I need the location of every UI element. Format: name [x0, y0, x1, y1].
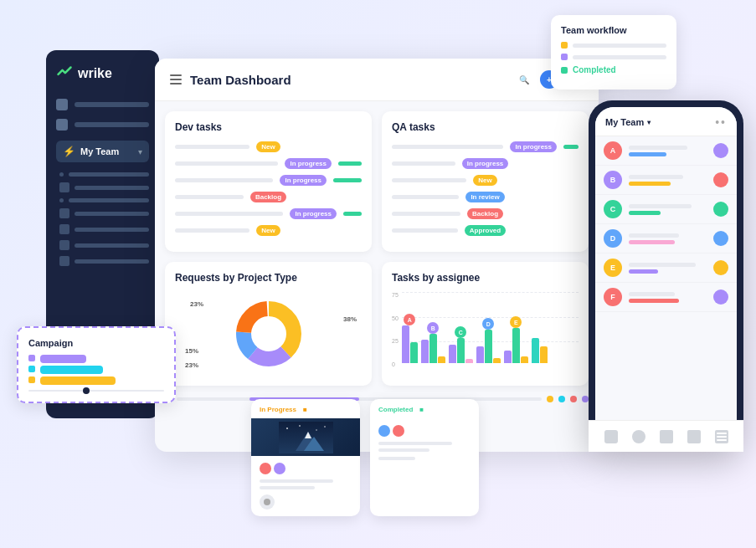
campaign-widget: Campaign — [17, 326, 176, 403]
svg-point-6 — [286, 428, 288, 429]
my-team-button[interactable]: ⚡ My Team ▾ — [56, 141, 149, 162]
workflow-color-yellow — [561, 42, 568, 49]
task-line — [175, 145, 249, 149]
status-indicator: ■ — [419, 406, 424, 413]
card-line — [260, 479, 333, 483]
sidebar-item-6[interactable] — [56, 240, 149, 250]
phone-row-content — [629, 175, 707, 186]
progress-bar — [333, 178, 362, 182]
mobile-phone: My Team ▾ •• A B — [589, 100, 743, 452]
dot-icon — [59, 198, 64, 202]
sidebar-sub-line — [69, 172, 149, 177]
task-row: Approved — [392, 225, 579, 236]
phone-header: My Team ▾ •• — [595, 107, 737, 136]
status-indicator: ■ — [303, 406, 307, 413]
progress-bar — [563, 145, 579, 149]
avatar: B — [604, 171, 622, 189]
phone-row-content — [629, 263, 707, 274]
phone-team-label: My Team ▾ — [605, 117, 651, 127]
phone-list-item[interactable]: C — [595, 195, 737, 224]
task-row: In progress — [392, 141, 579, 152]
section-icon — [59, 224, 69, 234]
task-line — [175, 178, 273, 182]
task-row: New — [392, 175, 579, 186]
y-label: 75 — [392, 292, 399, 298]
assignee-chart-title: Tasks by assignee — [392, 272, 579, 284]
search-button[interactable]: 🔍 — [515, 70, 533, 89]
nav-icon-grid[interactable] — [604, 430, 618, 443]
bar-group: E — [504, 328, 528, 363]
phone-list-item[interactable]: E — [595, 254, 737, 283]
phone-list-item[interactable]: F — [595, 283, 737, 312]
avatar — [378, 425, 390, 437]
nav-icon-folder[interactable] — [687, 430, 701, 443]
y-label: 25 — [392, 338, 399, 344]
small-cards-row: In Progress ■ — [251, 399, 479, 516]
phone-list-item[interactable]: B — [595, 166, 737, 195]
task-line — [392, 161, 455, 166]
bar-segment-teal — [532, 338, 539, 363]
dot-icon — [59, 172, 64, 177]
workflow-line — [573, 55, 666, 59]
nav-icon-menu[interactable] — [715, 430, 728, 443]
bolt-icon: ⚡ — [63, 146, 75, 157]
task-row: New — [175, 141, 362, 152]
qa-tasks-title: QA tasks — [392, 121, 579, 133]
sidebar-item-4[interactable] — [56, 208, 149, 218]
task-line — [392, 178, 466, 182]
task-row: New — [175, 225, 362, 236]
campaign-bar-yellow — [40, 376, 116, 385]
svg-point-7 — [299, 425, 301, 427]
avatar: C — [604, 200, 622, 218]
sidebar-item-2[interactable] — [56, 182, 149, 192]
bar-segment-green — [410, 342, 418, 363]
avatars-row — [260, 463, 352, 474]
action-icon[interactable] — [260, 494, 275, 510]
bar-group: C — [449, 338, 473, 363]
campaign-bar-cyan — [40, 366, 103, 374]
phone-line — [629, 292, 675, 296]
sidebar-home-row[interactable] — [56, 99, 149, 110]
phone-list-item[interactable]: D — [595, 224, 737, 254]
sidebar-grid-row[interactable] — [56, 119, 149, 131]
task-line — [392, 195, 459, 199]
task-line — [392, 228, 458, 233]
small-card-completed: Completed ■ — [370, 399, 479, 516]
phone-list-item[interactable]: A — [595, 136, 737, 166]
menu-icon[interactable] — [170, 74, 182, 85]
task-row: In review — [392, 192, 579, 202]
icon-dot — [264, 499, 270, 505]
dashboard-title: Team Dashboard — [190, 73, 507, 87]
bar-segment-green — [512, 328, 520, 363]
workflow-color-green — [561, 67, 568, 74]
workflow-completed-label: Completed — [573, 65, 616, 74]
nav-icon-calendar[interactable] — [660, 430, 673, 443]
badge-inprogress: In progress — [290, 208, 337, 219]
main-dashboard: Team Dashboard 🔍 + AV Dev tasks New In p… — [155, 59, 599, 452]
task-line — [175, 195, 244, 199]
bar-segment-yellow — [540, 346, 548, 363]
sidebar-sub-line — [75, 228, 149, 232]
sidebar-sub-line — [75, 259, 149, 264]
requests-chart-title: Requests by Project Type — [175, 272, 362, 284]
sidebar-item-5[interactable] — [56, 224, 149, 234]
section-icon — [59, 208, 69, 218]
phone-colored-line — [629, 299, 679, 303]
task-row: In progress — [175, 175, 362, 186]
phone-menu-dots[interactable]: •• — [715, 115, 727, 129]
nav-icon-user[interactable] — [632, 430, 645, 443]
donut-label-23b: 23% — [185, 361, 353, 369]
y-label: 50 — [392, 315, 399, 321]
sidebar-item-3[interactable] — [56, 198, 149, 202]
phone-colored-line — [629, 182, 671, 186]
donut-label-23a: 23% — [190, 300, 203, 308]
campaign-dot — [28, 355, 35, 361]
logo-text: wrike — [78, 66, 112, 81]
sidebar-item-1[interactable] — [56, 172, 149, 177]
sidebar-item-7[interactable] — [56, 256, 149, 266]
campaign-dot — [28, 366, 35, 372]
task-line — [175, 161, 278, 166]
workflow-color-purple — [561, 54, 568, 60]
badge-backlog: Backlog — [467, 208, 503, 219]
svg-point-9 — [324, 426, 326, 428]
